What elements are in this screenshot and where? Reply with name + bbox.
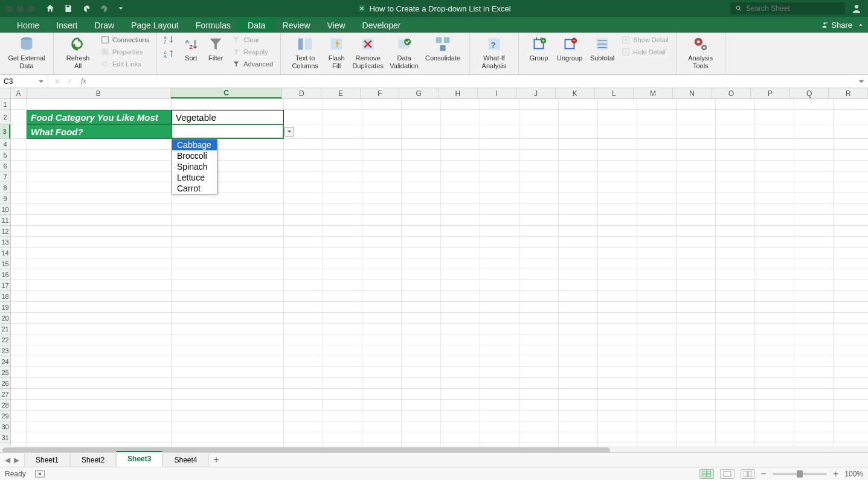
column-header-c[interactable]: C	[171, 88, 283, 98]
account-icon[interactable]	[851, 3, 862, 14]
tab-data[interactable]: Data	[239, 18, 274, 33]
flash-fill-button[interactable]: Flash Fill	[323, 35, 350, 69]
connections-button[interactable]: Connections	[100, 35, 150, 45]
name-box[interactable]: C3	[0, 75, 48, 88]
refresh-all-button[interactable]: Refresh All	[60, 35, 96, 69]
zoom-level[interactable]: 100%	[844, 470, 863, 478]
row-header-6[interactable]: 6	[0, 161, 10, 171]
tab-page-layout[interactable]: Page Layout	[123, 18, 187, 33]
tab-insert[interactable]: Insert	[48, 18, 86, 33]
column-header-p[interactable]: P	[751, 88, 790, 98]
row-header-31[interactable]: 31	[0, 432, 10, 443]
expand-formula-bar-icon[interactable]	[857, 77, 866, 86]
minimize-window-icon[interactable]	[17, 5, 24, 12]
column-header-g[interactable]: G	[399, 88, 439, 98]
row-header-3[interactable]: 3	[0, 124, 10, 139]
clear-filter-button[interactable]: Clear	[231, 35, 274, 45]
row-header-7[interactable]: 7	[0, 171, 10, 182]
row-header-14[interactable]: 14	[0, 248, 10, 258]
dropdown-option[interactable]: Broccoli	[172, 150, 217, 161]
sort-desc-icon[interactable]: ZA	[163, 50, 175, 58]
column-header-r[interactable]: R	[829, 88, 868, 98]
edit-links-button[interactable]: Edit Links	[100, 59, 150, 69]
add-sheet-button[interactable]: ＋	[209, 453, 223, 466]
column-header-q[interactable]: Q	[790, 88, 829, 98]
redo-icon[interactable]	[100, 4, 109, 13]
accept-formula-icon[interactable]: ✓	[66, 77, 72, 86]
row-header-28[interactable]: 28	[0, 400, 10, 411]
show-detail-button[interactable]: Show Detail	[620, 35, 670, 45]
tab-draw[interactable]: Draw	[86, 18, 123, 33]
row-header-15[interactable]: 15	[0, 258, 10, 269]
normal-view-button[interactable]	[699, 469, 714, 479]
row-header-9[interactable]: 9	[0, 193, 10, 204]
column-header-d[interactable]: D	[282, 88, 321, 98]
tab-home[interactable]: Home	[8, 18, 48, 33]
zoom-slider[interactable]	[773, 473, 827, 475]
ungroup-button[interactable]: Ungroup	[553, 35, 587, 62]
subtotal-button[interactable]: Subtotal	[587, 35, 618, 62]
collapse-ribbon-icon[interactable]	[857, 21, 864, 28]
row-header-25[interactable]: 25	[0, 367, 10, 378]
properties-button[interactable]: Properties	[100, 47, 150, 57]
qat-dropdown-icon[interactable]	[118, 5, 124, 11]
analysis-tools-button[interactable]: Analysis Tools	[683, 35, 719, 69]
row-headers[interactable]: 1234567891011121314151617181920212223242…	[0, 99, 11, 455]
remove-duplicates-button[interactable]: Remove Duplicates	[350, 35, 386, 69]
fx-icon[interactable]: fx	[79, 77, 89, 86]
row-header-16[interactable]: 16	[0, 269, 10, 280]
dropdown-option[interactable]: Cabbage	[172, 139, 217, 150]
column-header-j[interactable]: J	[516, 88, 556, 98]
sheet-tab-sheet2[interactable]: Sheet2	[70, 453, 116, 467]
column-header-o[interactable]: O	[712, 88, 751, 98]
close-window-icon[interactable]	[6, 5, 13, 12]
row-header-19[interactable]: 19	[0, 302, 10, 313]
row-header-27[interactable]: 27	[0, 389, 10, 400]
hide-detail-button[interactable]: Hide Detail	[620, 47, 670, 57]
row-header-29[interactable]: 29	[0, 411, 10, 421]
dropdown-option[interactable]: Spinach	[172, 161, 217, 172]
row-header-26[interactable]: 26	[0, 378, 10, 389]
tab-review[interactable]: Review	[274, 18, 319, 33]
dropdown-handle[interactable]	[285, 127, 294, 136]
text-to-columns-button[interactable]: Text to Columns	[287, 35, 323, 69]
macro-record-icon[interactable]	[34, 470, 45, 478]
column-header-e[interactable]: E	[321, 88, 361, 98]
column-header-f[interactable]: F	[361, 88, 400, 98]
zoom-in-button[interactable]: +	[833, 469, 838, 479]
sheet-tab-sheet4[interactable]: Sheet4	[162, 453, 208, 467]
row-header-30[interactable]: 30	[0, 421, 10, 432]
column-header-h[interactable]: H	[439, 88, 478, 98]
row-header-11[interactable]: 11	[0, 215, 10, 226]
row-header-22[interactable]: 22	[0, 334, 10, 345]
tab-view[interactable]: View	[319, 18, 354, 33]
column-header-k[interactable]: K	[556, 88, 595, 98]
row-header-2[interactable]: 2	[0, 110, 10, 124]
search-sheet-box[interactable]	[730, 2, 845, 14]
cell-b3[interactable]: What Food?	[27, 124, 172, 139]
row-header-24[interactable]: 24	[0, 356, 10, 367]
sheet-tab-sheet3[interactable]: Sheet3	[116, 451, 162, 467]
worksheet-grid[interactable]: ABCDEFGHIJKLMNOPQR 123456789101112131415…	[0, 88, 868, 455]
undo-icon[interactable]	[82, 4, 91, 13]
row-header-8[interactable]: 8	[0, 182, 10, 193]
column-header-n[interactable]: N	[673, 88, 712, 98]
row-header-21[interactable]: 21	[0, 324, 10, 334]
sort-asc-icon[interactable]: AZ	[163, 35, 175, 43]
cancel-formula-icon[interactable]: ✕	[54, 77, 60, 86]
reapply-filter-button[interactable]: Reapply	[231, 47, 274, 57]
zoom-out-button[interactable]: −	[761, 469, 767, 479]
row-header-5[interactable]: 5	[0, 150, 10, 161]
row-header-10[interactable]: 10	[0, 204, 10, 215]
page-break-view-button[interactable]	[741, 469, 755, 479]
row-header-18[interactable]: 18	[0, 291, 10, 302]
validation-dropdown[interactable]: CabbageBroccoliSpinachLettuceCarrot	[172, 139, 217, 194]
row-header-20[interactable]: 20	[0, 313, 10, 324]
cell-c3[interactable]	[172, 124, 284, 139]
fullscreen-window-icon[interactable]	[28, 5, 34, 12]
home-icon[interactable]	[45, 4, 55, 13]
row-header-1[interactable]: 1	[0, 99, 10, 110]
column-header-a[interactable]: A	[11, 88, 27, 98]
what-if-analysis-button[interactable]: ?What-If Analysis	[476, 35, 512, 69]
select-all-corner[interactable]	[0, 88, 11, 99]
